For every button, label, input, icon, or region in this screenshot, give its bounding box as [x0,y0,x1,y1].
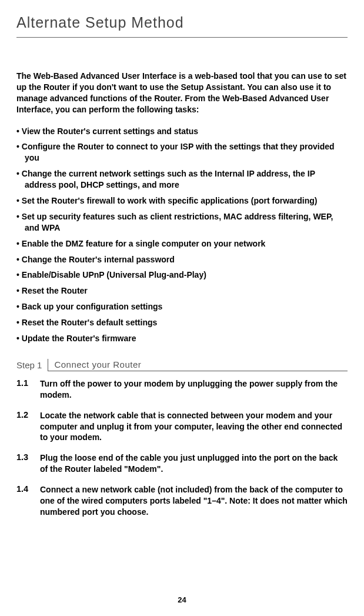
list-item: Enable the DMZ feature for a single comp… [16,238,348,249]
list-item: Back up your configuration settings [16,301,348,312]
intro-paragraph: The Web-Based Advanced User Interface is… [16,71,348,115]
step-item: 1.3 Plug the loose end of the cable you … [16,452,348,475]
step-title: Connect your Router [48,358,348,371]
list-item: Update the Router's firmware [16,333,348,344]
list-item: Change the current network settings such… [16,168,348,191]
list-item: Reset the Router's default settings [16,317,348,328]
step-text: Connect a new network cable (not include… [40,484,348,518]
step-number: 1.3 [16,452,40,475]
list-item: Reset the Router [16,285,348,297]
step-number: 1.1 [16,378,40,401]
step-text: Plug the loose end of the cable you just… [40,452,348,475]
step-list: 1.1 Turn off the power to your modem by … [16,378,348,518]
list-item: Set up security features such as client … [16,211,348,234]
step-item: 1.2 Locate the network cable that is con… [16,410,348,444]
list-item: Set the Router's firewall to work with s… [16,195,348,207]
list-item: View the Router's current settings and s… [16,126,348,137]
task-bullet-list: View the Router's current settings and s… [16,126,348,344]
list-item: Enable/Disable UPnP (Universal Plug-and-… [16,269,348,281]
step-number: 1.2 [16,410,40,444]
step-number: 1.4 [16,484,40,518]
list-item: Configure the Router to connect to your … [16,141,348,164]
step-label: Step 1 [16,359,48,371]
step-text: Turn off the power to your modem by unpl… [40,378,348,401]
page-number: 24 [0,595,364,604]
page-title: Alternate Setup Method [16,14,348,38]
list-item: Change the Router's internal password [16,254,348,265]
step-item: 1.4 Connect a new network cable (not inc… [16,484,348,518]
step-header: Step 1 Connect your Router [16,358,348,371]
step-item: 1.1 Turn off the power to your modem by … [16,378,348,401]
step-text: Locate the network cable that is connect… [40,410,348,444]
